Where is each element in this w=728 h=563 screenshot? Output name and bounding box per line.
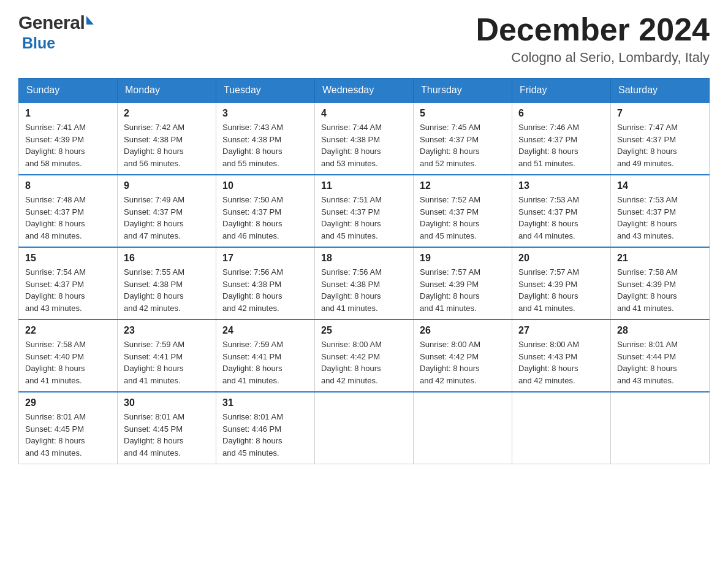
week-row-1: 1Sunrise: 7:41 AMSunset: 4:39 PMDaylight… [19, 102, 710, 175]
calendar-cell: 31Sunrise: 8:01 AMSunset: 4:46 PMDayligh… [216, 392, 315, 464]
day-number: 27 [518, 325, 604, 336]
calendar-cell [611, 392, 710, 464]
calendar-cell: 25Sunrise: 8:00 AMSunset: 4:42 PMDayligh… [315, 320, 414, 392]
day-info: Sunrise: 7:42 AMSunset: 4:38 PMDaylight:… [124, 121, 210, 169]
day-info: Sunrise: 7:58 AMSunset: 4:39 PMDaylight:… [617, 266, 703, 314]
day-number: 28 [617, 325, 703, 336]
day-info: Sunrise: 8:01 AMSunset: 4:45 PMDaylight:… [124, 411, 210, 459]
calendar-cell: 29Sunrise: 8:01 AMSunset: 4:45 PMDayligh… [19, 392, 118, 464]
calendar-cell: 6Sunrise: 7:46 AMSunset: 4:37 PMDaylight… [512, 102, 611, 175]
day-info: Sunrise: 7:41 AMSunset: 4:39 PMDaylight:… [25, 121, 111, 169]
day-info: Sunrise: 7:55 AMSunset: 4:38 PMDaylight:… [124, 266, 210, 314]
header-tuesday: Tuesday [216, 79, 315, 103]
logo-blue-text: Blue [22, 34, 55, 52]
calendar-cell: 21Sunrise: 7:58 AMSunset: 4:39 PMDayligh… [611, 247, 710, 320]
calendar-cell: 5Sunrise: 7:45 AMSunset: 4:37 PMDaylight… [414, 102, 512, 175]
calendar-cell: 26Sunrise: 8:00 AMSunset: 4:42 PMDayligh… [414, 320, 512, 392]
calendar-cell: 7Sunrise: 7:47 AMSunset: 4:37 PMDaylight… [611, 102, 710, 175]
calendar-cell: 22Sunrise: 7:58 AMSunset: 4:40 PMDayligh… [19, 320, 118, 392]
day-number: 17 [222, 253, 308, 264]
day-info: Sunrise: 7:47 AMSunset: 4:37 PMDaylight:… [617, 121, 703, 169]
logo-arrow-icon [86, 16, 94, 25]
day-info: Sunrise: 7:59 AMSunset: 4:41 PMDaylight:… [124, 339, 210, 386]
day-info: Sunrise: 8:01 AMSunset: 4:44 PMDaylight:… [617, 339, 703, 386]
day-info: Sunrise: 7:46 AMSunset: 4:37 PMDaylight:… [518, 121, 604, 169]
day-number: 23 [124, 325, 210, 336]
title-block: December 2024 Cologno al Serio, Lombardy… [476, 12, 710, 66]
day-number: 7 [617, 108, 703, 119]
location-subtitle: Cologno al Serio, Lombardy, Italy [476, 50, 710, 66]
header-friday: Friday [512, 79, 611, 103]
calendar-cell: 18Sunrise: 7:56 AMSunset: 4:38 PMDayligh… [315, 247, 414, 320]
header-saturday: Saturday [611, 79, 710, 103]
day-number: 6 [518, 108, 604, 119]
day-number: 31 [222, 397, 308, 408]
calendar-cell: 8Sunrise: 7:48 AMSunset: 4:37 PMDaylight… [19, 175, 118, 247]
calendar-cell: 13Sunrise: 7:53 AMSunset: 4:37 PMDayligh… [512, 175, 611, 247]
day-number: 30 [124, 397, 210, 408]
calendar-cell: 20Sunrise: 7:57 AMSunset: 4:39 PMDayligh… [512, 247, 611, 320]
day-info: Sunrise: 7:52 AMSunset: 4:37 PMDaylight:… [420, 194, 506, 242]
calendar-cell: 10Sunrise: 7:50 AMSunset: 4:37 PMDayligh… [216, 175, 315, 247]
calendar-cell [315, 392, 414, 464]
day-info: Sunrise: 7:56 AMSunset: 4:38 PMDaylight:… [222, 266, 308, 314]
calendar-table: SundayMondayTuesdayWednesdayThursdayFrid… [18, 78, 710, 464]
day-info: Sunrise: 7:56 AMSunset: 4:38 PMDaylight:… [321, 266, 407, 314]
header-sunday: Sunday [19, 79, 118, 103]
calendar-cell [512, 392, 611, 464]
calendar-cell: 17Sunrise: 7:56 AMSunset: 4:38 PMDayligh… [216, 247, 315, 320]
day-number: 8 [25, 180, 111, 191]
calendar-cell: 9Sunrise: 7:49 AMSunset: 4:37 PMDaylight… [118, 175, 216, 247]
day-info: Sunrise: 7:57 AMSunset: 4:39 PMDaylight:… [420, 266, 506, 314]
day-number: 11 [321, 180, 407, 191]
day-number: 13 [518, 180, 604, 191]
day-info: Sunrise: 7:51 AMSunset: 4:37 PMDaylight:… [321, 194, 407, 242]
page-header: General Blue December 2024 Cologno al Se… [18, 12, 710, 66]
calendar-cell: 15Sunrise: 7:54 AMSunset: 4:37 PMDayligh… [19, 247, 118, 320]
day-number: 15 [25, 253, 111, 264]
day-info: Sunrise: 8:01 AMSunset: 4:45 PMDaylight:… [25, 411, 111, 459]
day-info: Sunrise: 8:00 AMSunset: 4:43 PMDaylight:… [518, 339, 604, 386]
calendar-cell: 11Sunrise: 7:51 AMSunset: 4:37 PMDayligh… [315, 175, 414, 247]
day-number: 21 [617, 253, 703, 264]
day-number: 29 [25, 397, 111, 408]
header-thursday: Thursday [414, 79, 512, 103]
day-number: 2 [124, 108, 210, 119]
logo: General Blue [18, 12, 94, 52]
day-number: 4 [321, 108, 407, 119]
day-number: 5 [420, 108, 506, 119]
day-number: 22 [25, 325, 111, 336]
day-info: Sunrise: 8:00 AMSunset: 4:42 PMDaylight:… [321, 339, 407, 386]
day-number: 26 [420, 325, 506, 336]
day-number: 9 [124, 180, 210, 191]
calendar-cell: 14Sunrise: 7:53 AMSunset: 4:37 PMDayligh… [611, 175, 710, 247]
calendar-cell: 3Sunrise: 7:43 AMSunset: 4:38 PMDaylight… [216, 102, 315, 175]
calendar-cell: 23Sunrise: 7:59 AMSunset: 4:41 PMDayligh… [118, 320, 216, 392]
calendar-cell: 2Sunrise: 7:42 AMSunset: 4:38 PMDaylight… [118, 102, 216, 175]
day-number: 12 [420, 180, 506, 191]
calendar-cell: 24Sunrise: 7:59 AMSunset: 4:41 PMDayligh… [216, 320, 315, 392]
day-info: Sunrise: 7:48 AMSunset: 4:37 PMDaylight:… [25, 194, 111, 242]
calendar-cell: 19Sunrise: 7:57 AMSunset: 4:39 PMDayligh… [414, 247, 512, 320]
calendar-cell: 4Sunrise: 7:44 AMSunset: 4:38 PMDaylight… [315, 102, 414, 175]
calendar-cell: 27Sunrise: 8:00 AMSunset: 4:43 PMDayligh… [512, 320, 611, 392]
day-info: Sunrise: 7:54 AMSunset: 4:37 PMDaylight:… [25, 266, 111, 314]
day-info: Sunrise: 7:53 AMSunset: 4:37 PMDaylight:… [617, 194, 703, 242]
header-wednesday: Wednesday [315, 79, 414, 103]
calendar-cell: 1Sunrise: 7:41 AMSunset: 4:39 PMDaylight… [19, 102, 118, 175]
calendar-cell: 30Sunrise: 8:01 AMSunset: 4:45 PMDayligh… [118, 392, 216, 464]
day-info: Sunrise: 7:59 AMSunset: 4:41 PMDaylight:… [222, 339, 308, 386]
day-info: Sunrise: 7:44 AMSunset: 4:38 PMDaylight:… [321, 121, 407, 169]
day-info: Sunrise: 7:58 AMSunset: 4:40 PMDaylight:… [25, 339, 111, 386]
day-info: Sunrise: 7:50 AMSunset: 4:37 PMDaylight:… [222, 194, 308, 242]
day-info: Sunrise: 7:53 AMSunset: 4:37 PMDaylight:… [518, 194, 604, 242]
calendar-cell: 12Sunrise: 7:52 AMSunset: 4:37 PMDayligh… [414, 175, 512, 247]
week-row-4: 22Sunrise: 7:58 AMSunset: 4:40 PMDayligh… [19, 320, 710, 392]
calendar-cell: 16Sunrise: 7:55 AMSunset: 4:38 PMDayligh… [118, 247, 216, 320]
day-info: Sunrise: 8:01 AMSunset: 4:46 PMDaylight:… [222, 411, 308, 459]
day-info: Sunrise: 7:57 AMSunset: 4:39 PMDaylight:… [518, 266, 604, 314]
calendar-title: December 2024 [476, 12, 710, 47]
day-number: 16 [124, 253, 210, 264]
day-info: Sunrise: 7:49 AMSunset: 4:37 PMDaylight:… [124, 194, 210, 242]
day-number: 14 [617, 180, 703, 191]
